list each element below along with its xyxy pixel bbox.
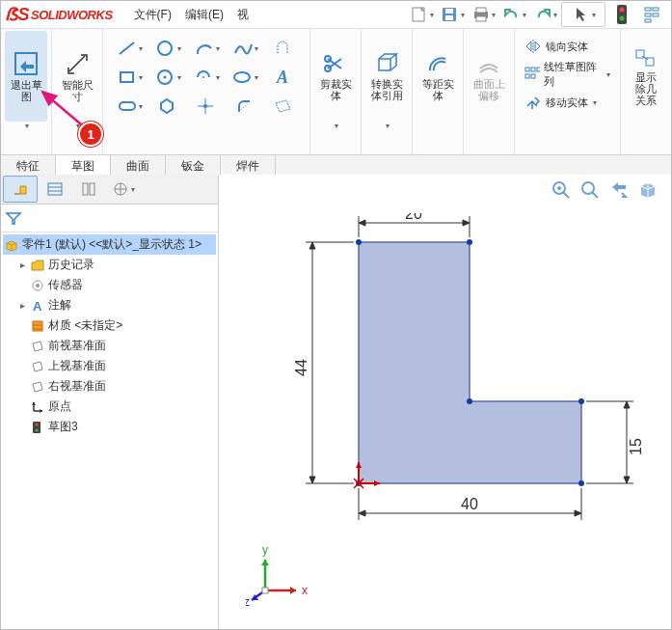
offset-icon (424, 51, 451, 76)
linear-pattern-button[interactable]: 线性草图阵列▾ (523, 58, 612, 91)
plane-icon (31, 340, 44, 353)
svg-point-63 (356, 239, 362, 245)
svg-point-9 (620, 16, 625, 21)
dim-bottom: 40 (461, 496, 478, 512)
undo-button[interactable]: ▾ (499, 3, 528, 26)
display-relations-button[interactable]: 显示 除几 关系 (625, 31, 667, 122)
feature-tree-tab[interactable] (3, 176, 38, 203)
tab-weldment[interactable]: 焊件 (221, 155, 276, 177)
property-manager-tab[interactable] (39, 177, 71, 202)
tree-history[interactable]: ▸历史记录 (3, 255, 216, 275)
menu-file[interactable]: 文件(F) (128, 5, 177, 25)
heads-up-toolbar (550, 178, 659, 202)
svg-rect-43 (90, 183, 94, 195)
fillet-tool[interactable] (227, 93, 263, 120)
app-logo: ẞSSOLIDWORKS (5, 4, 113, 25)
tree-origin[interactable]: 原点 (3, 397, 216, 417)
svg-point-57 (36, 428, 39, 431)
svg-rect-18 (121, 72, 133, 82)
move-icon (524, 95, 542, 110)
graphics-area[interactable]: 20 44 40 15 (219, 175, 671, 629)
svg-text:A: A (276, 68, 288, 87)
select-button[interactable]: ▾ (561, 2, 605, 27)
svg-rect-2 (445, 9, 453, 14)
svg-rect-5 (476, 8, 486, 13)
svg-rect-34 (525, 74, 529, 78)
dim-top: 20 (405, 213, 422, 222)
save-button[interactable]: ▾ (438, 3, 467, 26)
configuration-tab[interactable] (72, 177, 105, 202)
centerpoint-arc-tool[interactable]: ▾ (188, 64, 225, 91)
smart-dimension-button[interactable]: 智能尺 寸 (56, 31, 98, 122)
feature-manager-panel: ▾ 零件1 (默认) <<默认>_显示状态 1> ▸历史记录 传感器 ▸A注解 … (1, 175, 219, 629)
slot-tool[interactable]: ▾ (111, 93, 148, 120)
mirror-entities-button[interactable]: 镜向实体 (523, 37, 612, 56)
svg-line-62 (592, 192, 598, 198)
ellipse-tool[interactable]: ▾ (227, 64, 263, 91)
point-tool[interactable] (188, 93, 225, 120)
perimeter-circle-tool[interactable]: ▾ (149, 64, 186, 91)
mirror-icon (524, 39, 542, 54)
plane-tool[interactable] (265, 93, 302, 120)
content-area: ▾ 零件1 (默认) <<默认>_显示状态 1> ▸历史记录 传感器 ▸A注解 … (1, 175, 671, 629)
tree-material[interactable]: 材质 <未指定> (3, 315, 216, 336)
trim-entities-button[interactable]: 剪裁实 体 (314, 31, 357, 122)
funnel-icon[interactable] (5, 210, 22, 226)
tree-right-plane[interactable]: 右视基准面 (3, 376, 216, 397)
zoom-fit-icon[interactable] (550, 178, 573, 202)
move-entities-button[interactable]: 移动实体▾ (523, 93, 612, 112)
options-button[interactable] (638, 3, 667, 26)
svg-line-59 (563, 192, 569, 198)
previous-view-icon[interactable] (607, 178, 631, 202)
dim-right: 15 (628, 438, 644, 455)
menu-edit[interactable]: 编辑(E) (179, 5, 229, 25)
tree-annotations[interactable]: ▸A注解 (3, 295, 216, 315)
circle-tool[interactable]: ▾ (149, 35, 186, 62)
menu-view[interactable]: 视 (231, 5, 255, 25)
tree-top-plane[interactable]: 上视基准面 (3, 356, 216, 376)
tree-root[interactable]: 零件1 (默认) <<默认>_显示状态 1> (3, 234, 216, 255)
dimension-icon (64, 50, 91, 77)
polygon-tool[interactable] (149, 93, 186, 120)
svg-point-66 (578, 398, 584, 404)
dimxpert-tab[interactable]: ▾ (106, 177, 139, 202)
exit-sketch-button[interactable]: 退出草 图 (5, 31, 47, 122)
feature-tree: 零件1 (默认) <<默认>_显示状态 1> ▸历史记录 传感器 ▸A注解 材质… (1, 233, 218, 629)
svg-rect-31 (525, 68, 529, 71)
svg-rect-13 (653, 14, 659, 16)
svg-text:A: A (33, 299, 42, 313)
tab-feature[interactable]: 特征 (1, 155, 56, 177)
text-tool[interactable]: A (265, 64, 302, 91)
new-button[interactable]: ▾ (407, 3, 436, 26)
traffic-light-icon[interactable] (607, 3, 636, 26)
svg-line-16 (120, 42, 134, 54)
section-view-icon[interactable] (636, 178, 659, 202)
svg-point-67 (578, 480, 584, 486)
svg-rect-32 (531, 68, 535, 71)
svg-rect-35 (531, 74, 535, 78)
svg-rect-10 (645, 8, 651, 11)
title-bar: ẞSSOLIDWORKS 文件(F) 编辑(E) 视 ▾ ▾ ▾ ▾ ▾ ▾ (1, 1, 671, 29)
slot-half-tool[interactable] (265, 35, 302, 62)
svg-text:z: z (246, 595, 250, 609)
rectangle-tool[interactable]: ▾ (111, 64, 148, 91)
tab-sheetmetal[interactable]: 钣金 (166, 155, 221, 177)
part-icon (5, 238, 18, 252)
convert-icon (373, 51, 400, 76)
redo-button[interactable]: ▾ (530, 3, 559, 26)
tree-front-plane[interactable]: 前视基准面 (3, 336, 216, 356)
arc-tool[interactable]: ▾ (188, 35, 225, 62)
svg-point-60 (557, 186, 561, 190)
print-button[interactable]: ▾ (469, 3, 497, 26)
convert-entities-button[interactable]: 转换实 体引用 (365, 31, 408, 122)
zoom-area-icon[interactable] (578, 178, 602, 202)
tree-sensors[interactable]: 传感器 (3, 275, 216, 295)
svg-rect-42 (83, 183, 88, 195)
offset-entities-button[interactable]: 等距实 体 (417, 31, 459, 122)
filter-row (1, 205, 218, 233)
line-tool[interactable]: ▾ (111, 35, 148, 62)
spline-tool[interactable]: ▾ (227, 35, 263, 62)
tab-surface[interactable]: 曲面 (111, 155, 166, 177)
quick-access-toolbar: ▾ ▾ ▾ ▾ ▾ ▾ (407, 2, 667, 27)
tree-sketch3[interactable]: 草图3 (3, 417, 216, 437)
